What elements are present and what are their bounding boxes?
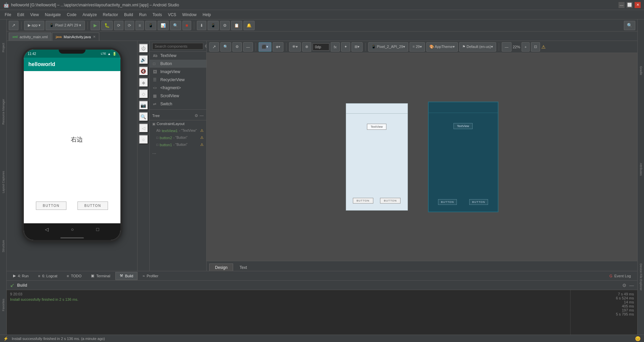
menu-vcs[interactable]: VCS (165, 12, 179, 18)
theme-dropdown[interactable]: 🎨 AppTheme▾ (426, 42, 458, 52)
eye-btn[interactable]: 👁▾ (289, 42, 301, 52)
run-tab[interactable]: ▶ 4: Run (9, 272, 33, 280)
palette-fragment[interactable]: <> <fragment> (150, 84, 206, 92)
gradle-label[interactable]: Gradle (639, 65, 643, 76)
settings-btn[interactable]: ⚙ (220, 21, 230, 30)
canvas-search-btn[interactable]: 🔍 (220, 42, 231, 52)
phone-button-1[interactable]: BUTTON (36, 202, 67, 210)
blueprint-btn-1[interactable]: BUTTON (353, 198, 373, 204)
device-manager-btn[interactable]: 📱 (208, 21, 219, 30)
blueprint-textview[interactable]: TextView (367, 124, 386, 130)
back-tool-btn[interactable]: ◁ (139, 123, 148, 133)
profiler-tab[interactable]: ≈ Profiler (138, 272, 163, 280)
favorites-label[interactable]: Favorites (2, 297, 5, 312)
volume-down-tool-btn[interactable]: 🔇 (139, 66, 148, 76)
tree-textview1[interactable]: Ab textView1 - "TextView" ⚠ (150, 127, 206, 134)
menu-refactor[interactable]: Refactor (100, 12, 121, 18)
run-btn[interactable]: ▶ (91, 21, 100, 30)
menu-view[interactable]: View (28, 12, 42, 18)
debug-btn[interactable]: 🐛 (101, 21, 113, 30)
menu-analyze[interactable]: Analyze (80, 12, 100, 18)
layout-inspector-btn[interactable]: 🔍 (170, 21, 181, 30)
sdk-manager-btn[interactable]: ⬇ (197, 21, 206, 30)
recents-icon[interactable]: □ (96, 227, 99, 232)
build-settings-btn[interactable]: ⚙ (622, 283, 627, 288)
sync-btn[interactable]: ⟳ (114, 21, 123, 30)
zoom-fit-btn[interactable]: ⊡ (531, 42, 540, 52)
zoom-tool-btn[interactable]: 🔍 (139, 112, 148, 121)
todo-tab[interactable]: ≡ TODO (62, 272, 86, 280)
tree-button1[interactable]: □ button1 - "Button" ⚠ (150, 141, 206, 148)
build-tab[interactable]: ⚒ Build (115, 272, 138, 280)
device-file-explorer-label[interactable]: Device File Explorer (639, 262, 643, 292)
tree-button2[interactable]: □ button2 - "Button" ⚠ (150, 134, 206, 141)
menu-build[interactable]: Build (121, 12, 136, 18)
palette-button[interactable]: □ Button (150, 60, 206, 68)
menu-file[interactable]: File (2, 12, 14, 18)
palette-imageview[interactable]: 🖼 ImageView (150, 68, 206, 76)
menu-code[interactable]: Code (64, 12, 79, 18)
zoom-out-btn[interactable]: — (502, 42, 512, 52)
palette-recyclerview[interactable]: ☰ RecyclerView (150, 76, 206, 84)
menu-help[interactable]: Help (200, 12, 214, 18)
blueprint-btn-2[interactable]: BUTTON (380, 198, 400, 204)
layout-captures-label[interactable]: Layout Captures (2, 170, 5, 194)
view-mode-btn[interactable]: ⬛▾ (259, 42, 271, 52)
terminal-tab[interactable]: ▣ Terminal (87, 272, 115, 280)
back-icon[interactable]: ◁ (45, 227, 49, 232)
locale-dropdown[interactable]: ⚑ Default (en-us)▾ (459, 42, 496, 52)
design-tab[interactable]: Design (209, 264, 233, 271)
resource-manager-label[interactable]: Resource Manager (2, 98, 5, 126)
dark-btn-2[interactable]: BUTTON (469, 199, 488, 205)
palette-textview[interactable]: Ab TextView (150, 52, 206, 60)
dark-textview[interactable]: TextView (453, 123, 473, 129)
maximize-btn[interactable]: ⬜ (627, 2, 633, 8)
device-dropdown[interactable]: 📱 Pixel 2 API 29 ▾ (46, 21, 85, 30)
notifications-btn[interactable]: 🔔 (244, 21, 255, 30)
align-btn[interactable]: ⊞▾ (352, 42, 363, 52)
build-back-btn[interactable]: ↙ (10, 282, 14, 288)
canvas-minimize-btn[interactable]: — (243, 42, 253, 52)
view-toggle-btn[interactable]: ◈▾ (273, 42, 283, 52)
avd-btn[interactable]: 📱 (145, 21, 156, 30)
minimize-btn[interactable]: — (619, 2, 625, 8)
close-btn[interactable]: ✕ (635, 2, 641, 8)
power-tool-btn[interactable]: ⏻ (139, 44, 148, 53)
menu-edit[interactable]: Edit (14, 12, 27, 18)
tree-constraint-layout[interactable]: ▣ ConstraintLayout (150, 120, 206, 127)
menu-run[interactable]: Run (137, 12, 149, 18)
offset-input[interactable] (313, 43, 329, 51)
zoom-in-btn[interactable]: + (522, 42, 530, 52)
paint-tool-btn[interactable]: ◆ (139, 78, 148, 87)
tree-minimize-btn[interactable]: — (200, 113, 204, 118)
camera-tool-btn[interactable]: 📷 (139, 101, 148, 110)
menu-navigate[interactable]: Navigate (42, 12, 63, 18)
canvas-settings-btn[interactable]: ⚙ (232, 42, 242, 52)
tab-activity-main-xml[interactable]: xml activity_main.xml (9, 33, 51, 41)
palette-scrollview[interactable]: ▦ ScrollView (150, 92, 206, 100)
logcat-tab[interactable]: ≡ 6: Logcat (34, 272, 62, 280)
volume-up-tool-btn[interactable]: 🔊 (139, 55, 148, 64)
select-tool-btn[interactable]: ↗ (9, 21, 18, 30)
home-icon[interactable]: ○ (71, 227, 74, 232)
attributes-label[interactable]: Attributes (639, 162, 643, 177)
api-dropdown[interactable]: = 29▾ (410, 42, 425, 52)
tab-mainactivity-java[interactable]: java MainActivity.java ✕ (52, 33, 99, 41)
project-label[interactable]: Project (2, 42, 5, 54)
structure-label[interactable]: Structure (2, 239, 5, 254)
stop-btn[interactable]: ■ (182, 21, 191, 30)
menu-window[interactable]: Window (179, 12, 199, 18)
event-log-tab[interactable]: G Event Log (605, 272, 635, 280)
tree-settings-btn[interactable]: ⚙ (195, 113, 198, 118)
app-dropdown[interactable]: ▶ app ▾ (24, 21, 44, 30)
phone-button-2[interactable]: BUTTON (77, 202, 108, 210)
gradle-sync-btn[interactable]: ≡ (136, 21, 144, 30)
magic-btn[interactable]: ✦ (341, 42, 350, 52)
outline-tool-btn[interactable]: ◇ (139, 89, 148, 99)
dark-btn-1[interactable]: BUTTON (438, 199, 457, 205)
menu-tools[interactable]: Tools (150, 12, 165, 18)
java-tab-close[interactable]: ✕ (93, 35, 96, 39)
profiler-btn[interactable]: 📊 (158, 21, 169, 30)
event-log-btn[interactable]: 📋 (231, 21, 242, 30)
search-everywhere-btn[interactable]: 🔍 (624, 21, 635, 30)
